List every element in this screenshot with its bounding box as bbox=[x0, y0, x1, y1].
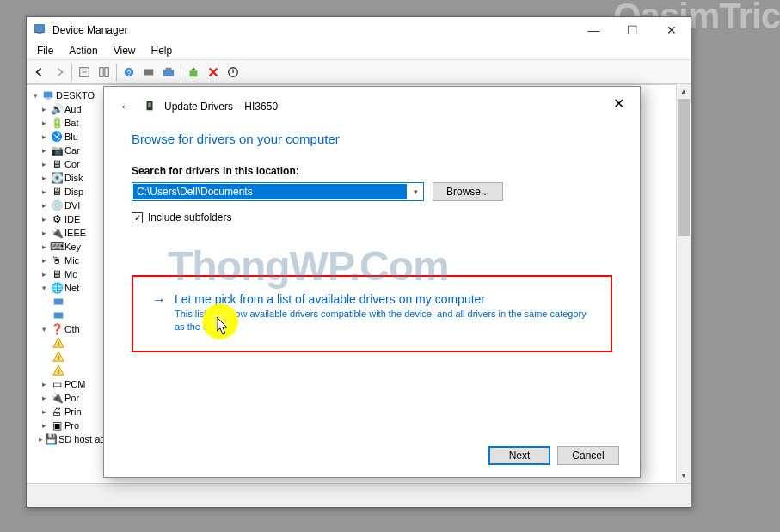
camera-icon: 📷 bbox=[51, 144, 63, 156]
svg-text:?: ? bbox=[127, 68, 132, 76]
chevron-right-icon[interactable]: ▸ bbox=[39, 242, 49, 251]
svg-rect-0 bbox=[35, 25, 45, 33]
chevron-right-icon[interactable]: ▸ bbox=[39, 270, 49, 278]
svg-text:!: ! bbox=[58, 340, 59, 348]
tree-root-label: DESKTO bbox=[56, 90, 95, 101]
forward-button[interactable] bbox=[50, 63, 69, 82]
chevron-right-icon[interactable]: ▸ bbox=[39, 201, 49, 210]
svg-rect-6 bbox=[105, 67, 108, 76]
path-value[interactable]: C:\Users\Dell\Documents bbox=[133, 184, 407, 199]
chevron-down-icon[interactable]: ▾ bbox=[39, 284, 49, 292]
disable-button[interactable] bbox=[224, 63, 243, 82]
back-button[interactable] bbox=[30, 63, 49, 82]
path-combobox[interactable]: C:\Users\Dell\Documents ▾ bbox=[132, 182, 424, 201]
chevron-right-icon[interactable]: ▸ bbox=[39, 215, 49, 223]
scroll-thumb[interactable] bbox=[678, 99, 690, 236]
uninstall-button[interactable] bbox=[204, 63, 223, 82]
chevron-right-icon[interactable]: ▸ bbox=[39, 435, 43, 443]
unknown-device-icon: ! bbox=[52, 337, 64, 349]
chevron-right-icon[interactable]: ▸ bbox=[39, 187, 49, 196]
usb-icon: 🔌 bbox=[51, 227, 63, 239]
computer-icon bbox=[42, 89, 54, 101]
network-adapter-icon bbox=[52, 296, 64, 308]
chevron-right-icon[interactable]: ▸ bbox=[39, 160, 49, 168]
help-button[interactable]: ? bbox=[120, 63, 138, 82]
display-icon: 🖥 bbox=[51, 186, 63, 198]
chevron-right-icon[interactable]: ▸ bbox=[39, 132, 49, 141]
menu-action[interactable]: Action bbox=[62, 43, 104, 59]
other-icon: ❓ bbox=[51, 323, 63, 335]
chevron-right-icon[interactable]: ▸ bbox=[39, 146, 49, 155]
audio-icon: 🔊 bbox=[51, 103, 63, 115]
chevron-right-icon[interactable]: ▸ bbox=[39, 421, 49, 430]
dialog-close-icon[interactable]: ✕ bbox=[606, 92, 631, 115]
svg-rect-15 bbox=[46, 99, 50, 100]
disk-icon: 💽 bbox=[51, 172, 63, 184]
svg-rect-10 bbox=[163, 70, 174, 76]
statusbar bbox=[27, 483, 691, 507]
chevron-right-icon[interactable]: ▸ bbox=[39, 394, 49, 402]
chevron-down-icon[interactable]: ▾ bbox=[408, 187, 423, 196]
pcm-icon: ▭ bbox=[51, 378, 63, 390]
titlebar[interactable]: Device Manager — ☐ ✕ bbox=[27, 17, 691, 43]
chevron-down-icon[interactable]: ▾ bbox=[39, 325, 49, 333]
scan-button[interactable] bbox=[159, 63, 178, 82]
svg-rect-1 bbox=[37, 33, 41, 34]
svg-rect-9 bbox=[144, 69, 154, 75]
back-arrow-icon[interactable]: ← bbox=[120, 99, 133, 114]
chevron-right-icon[interactable]: ▸ bbox=[39, 174, 49, 182]
app-icon bbox=[34, 23, 47, 37]
toolbar: ? bbox=[27, 60, 691, 84]
chevron-right-icon[interactable]: ▸ bbox=[39, 407, 49, 416]
maximize-button[interactable]: ☐ bbox=[613, 17, 652, 43]
dialog-title: Update Drivers – HI3650 bbox=[164, 101, 626, 113]
include-subfolders-checkbox[interactable]: ✓ Include subfolders bbox=[132, 211, 612, 223]
menubar: File Action View Help bbox=[27, 43, 691, 60]
unknown-device-icon: ! bbox=[52, 364, 64, 376]
bluetooth-icon bbox=[51, 131, 63, 143]
svg-rect-5 bbox=[100, 67, 103, 76]
search-location-label: Search for drivers in this location: bbox=[132, 165, 612, 177]
update-driver-button[interactable] bbox=[184, 63, 203, 82]
chevron-right-icon[interactable]: ▸ bbox=[39, 229, 49, 237]
sd-icon: 💾 bbox=[45, 433, 57, 445]
menu-view[interactable]: View bbox=[107, 43, 143, 59]
menu-file[interactable]: File bbox=[30, 43, 60, 59]
svg-text:!: ! bbox=[58, 354, 59, 362]
menu-help[interactable]: Help bbox=[144, 43, 180, 59]
show-hidden-button[interactable] bbox=[139, 63, 158, 82]
port-icon: 🔌 bbox=[51, 392, 63, 404]
browse-button[interactable]: Browse... bbox=[433, 182, 503, 201]
svg-rect-17 bbox=[54, 299, 64, 305]
svg-rect-14 bbox=[44, 92, 53, 98]
scroll-up-icon[interactable]: ▲ bbox=[677, 84, 691, 99]
cancel-button[interactable]: Cancel bbox=[557, 446, 619, 465]
close-button[interactable]: ✕ bbox=[652, 17, 691, 43]
chevron-right-icon[interactable]: ▸ bbox=[39, 105, 49, 113]
pick-from-list-option[interactable]: → Let me pick from a list of available d… bbox=[132, 275, 612, 352]
minimize-button[interactable]: — bbox=[574, 17, 613, 43]
device-icon bbox=[144, 100, 157, 113]
window-title: Device Manager bbox=[52, 24, 574, 36]
toggle-button[interactable] bbox=[95, 63, 114, 82]
properties-button[interactable] bbox=[75, 63, 94, 82]
scroll-down-icon[interactable]: ▼ bbox=[677, 468, 691, 483]
update-drivers-dialog: ← Update Drivers – HI3650 ✕ Browse for d… bbox=[103, 86, 641, 478]
vertical-scrollbar[interactable]: ▲ ▼ bbox=[676, 84, 691, 483]
svg-rect-12 bbox=[190, 70, 198, 76]
monitor-icon: 🖥 bbox=[51, 158, 63, 170]
chevron-right-icon[interactable]: ▸ bbox=[39, 119, 49, 127]
chevron-right-icon[interactable]: ▸ bbox=[39, 380, 49, 388]
chevron-right-icon[interactable]: ▸ bbox=[39, 256, 49, 265]
option-title: Let me pick from a list of available dri… bbox=[175, 292, 595, 306]
arrow-right-icon: → bbox=[152, 292, 166, 333]
mouse-icon: 🖱 bbox=[51, 254, 63, 266]
next-button[interactable]: Next bbox=[488, 446, 550, 465]
checkbox-checked-icon[interactable]: ✓ bbox=[132, 212, 143, 223]
printer-icon: 🖨 bbox=[51, 406, 63, 418]
ide-icon: ⚙ bbox=[51, 213, 63, 225]
cpu-icon: ▣ bbox=[51, 419, 63, 431]
svg-text:!: ! bbox=[58, 368, 59, 376]
network-adapter-icon bbox=[52, 309, 64, 321]
chevron-down-icon[interactable]: ▾ bbox=[30, 91, 40, 100]
